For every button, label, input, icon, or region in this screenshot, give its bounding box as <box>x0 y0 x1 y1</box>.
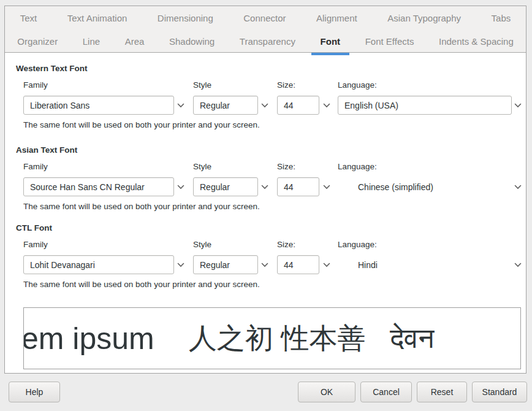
asian-family-input[interactable]: Source Han Sans CN Regular <box>23 177 174 196</box>
ctl-family-value: Lohit Devanagari <box>30 260 95 270</box>
tab-organizer[interactable]: Organizer <box>5 29 70 53</box>
font-preview-box: em ipsum 人之初 性本善 देवन <box>23 307 521 369</box>
ctl-font-section: CTL Font Family Style Size: Language: Lo… <box>5 223 526 303</box>
tab-connector[interactable]: Connector <box>229 6 302 29</box>
style-label: Style <box>193 80 211 90</box>
tab-bar: Text Text Animation Dimensioning Connect… <box>5 6 526 53</box>
family-label: Family <box>23 240 48 249</box>
tab-transparency[interactable]: Transparency <box>227 29 308 53</box>
western-family-combobox: Liberation Sans <box>23 96 174 115</box>
standard-button[interactable]: Standard <box>472 382 527 402</box>
printer-screen-note: The same font will be used on both your … <box>23 202 260 211</box>
tab-asian-typography[interactable]: Asian Typography <box>372 6 476 29</box>
chevron-down-icon[interactable] <box>322 255 331 274</box>
chevron-down-icon[interactable] <box>514 255 522 274</box>
asian-style-combobox: Regular <box>193 177 258 196</box>
ctl-language-value: Hindi <box>358 260 378 270</box>
tab-indents-spacing[interactable]: Indents & Spacing <box>427 29 526 53</box>
western-size-value: 44 <box>284 101 294 110</box>
ctl-style-value: Regular <box>200 260 230 270</box>
style-label: Style <box>193 240 211 249</box>
ctl-style-input[interactable]: Regular <box>193 255 258 274</box>
tab-alignment[interactable]: Alignment <box>301 6 372 29</box>
ctl-size-value: 44 <box>284 260 294 270</box>
asian-style-input[interactable]: Regular <box>193 177 258 196</box>
chevron-down-icon[interactable] <box>514 177 522 196</box>
section-title: Western Text Font <box>16 64 88 73</box>
asian-language-select[interactable]: Chinese (simplified) <box>338 177 512 196</box>
western-size-input[interactable]: 44 <box>277 96 319 115</box>
chevron-down-icon[interactable] <box>260 96 269 115</box>
language-label: Language: <box>338 80 377 90</box>
ctl-family-combobox: Lohit Devanagari <box>23 255 174 274</box>
language-label: Language: <box>338 162 377 171</box>
ctl-style-combobox: Regular <box>193 255 258 274</box>
ctl-language-dropdown: Hindi <box>338 255 512 274</box>
western-style-value: Regular <box>200 101 230 110</box>
western-size-combobox: 44 <box>277 96 319 115</box>
western-style-combobox: Regular <box>193 96 258 115</box>
chevron-down-icon[interactable] <box>322 96 331 115</box>
chevron-down-icon[interactable] <box>514 96 522 115</box>
western-style-input[interactable]: Regular <box>193 96 258 115</box>
asian-font-section: Asian Text Font Family Style Size: Langu… <box>5 145 526 225</box>
tab-font[interactable]: Font <box>308 29 352 53</box>
preview-cjk-text: 人之初 性本善 <box>189 320 366 358</box>
western-language-input[interactable]: English (USA) <box>338 96 512 115</box>
family-label: Family <box>23 80 48 90</box>
printer-screen-note: The same font will be used on both your … <box>23 120 260 129</box>
chevron-down-icon[interactable] <box>260 255 269 274</box>
western-family-value: Liberation Sans <box>30 101 89 110</box>
asian-family-value: Source Han Sans CN Regular <box>30 182 145 192</box>
chevron-down-icon[interactable] <box>322 177 331 196</box>
section-title: Asian Text Font <box>16 145 77 155</box>
tab-shadowing[interactable]: Shadowing <box>157 29 227 53</box>
tab-dimensioning[interactable]: Dimensioning <box>142 6 228 29</box>
tab-text-animation[interactable]: Text Animation <box>52 6 142 29</box>
asian-size-value: 44 <box>284 182 294 192</box>
asian-style-value: Regular <box>200 182 230 192</box>
size-label: Size: <box>277 80 295 90</box>
western-font-section: Western Text Font Family Style Size: Lan… <box>5 64 526 144</box>
ctl-language-select[interactable]: Hindi <box>338 255 512 274</box>
reset-button[interactable]: Reset <box>417 382 467 402</box>
cancel-button[interactable]: Cancel <box>360 382 412 402</box>
asian-language-value: Chinese (simplified) <box>358 182 433 192</box>
tab-text[interactable]: Text <box>5 6 52 29</box>
ctl-size-combobox: 44 <box>277 255 319 274</box>
size-label: Size: <box>277 162 295 171</box>
tab-tabs[interactable]: Tabs <box>476 6 526 29</box>
western-family-input[interactable]: Liberation Sans <box>23 96 174 115</box>
asian-language-dropdown: Chinese (simplified) <box>338 177 512 196</box>
tab-font-effects[interactable]: Font Effects <box>352 29 426 53</box>
style-label: Style <box>193 162 211 171</box>
dialog-frame: Text Text Animation Dimensioning Connect… <box>4 6 526 374</box>
western-language-combobox: English (USA) <box>338 96 512 115</box>
tab-area[interactable]: Area <box>112 29 156 53</box>
tab-row-1: Text Text Animation Dimensioning Connect… <box>5 6 526 29</box>
western-language-value: English (USA) <box>344 101 398 110</box>
asian-size-input[interactable]: 44 <box>277 177 319 196</box>
size-label: Size: <box>277 240 295 249</box>
tab-row-2: Organizer Line Area Shadowing Transparen… <box>5 29 526 53</box>
chevron-down-icon[interactable] <box>177 177 185 196</box>
ctl-family-input[interactable]: Lohit Devanagari <box>23 255 174 274</box>
section-title: CTL Font <box>16 223 52 232</box>
chevron-down-icon[interactable] <box>177 96 185 115</box>
preview-latin-text: em ipsum <box>23 321 154 356</box>
family-label: Family <box>23 162 48 171</box>
help-button[interactable]: Help <box>9 382 60 402</box>
language-label: Language: <box>338 240 377 249</box>
tab-line[interactable]: Line <box>70 29 112 53</box>
preview-ctl-text: देवन <box>390 321 435 355</box>
ok-button[interactable]: OK <box>298 382 355 402</box>
chevron-down-icon[interactable] <box>260 177 269 196</box>
ctl-size-input[interactable]: 44 <box>277 255 319 274</box>
chevron-down-icon[interactable] <box>177 255 185 274</box>
printer-screen-note: The same font will be used on both your … <box>23 280 260 289</box>
asian-size-combobox: 44 <box>277 177 319 196</box>
asian-family-combobox: Source Han Sans CN Regular <box>23 177 174 196</box>
